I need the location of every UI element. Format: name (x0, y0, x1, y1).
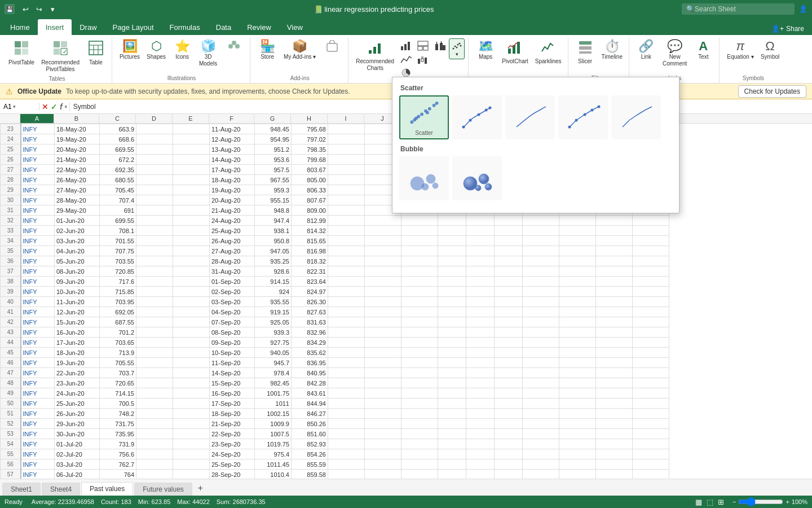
grid-cell[interactable]: 04-Sep-20 (210, 307, 255, 317)
recommended-pivots-button[interactable]: ✓ RecommendedPivotTables (38, 38, 82, 75)
grid-cell[interactable] (633, 246, 669, 256)
grid-cell[interactable] (328, 287, 365, 297)
grid-cell[interactable]: 53 (1, 429, 21, 439)
grid-cell[interactable] (559, 226, 596, 236)
grid-cell[interactable] (328, 256, 365, 266)
grid-cell[interactable] (136, 317, 173, 327)
grid-cell[interactable]: 18-Sep-20 (210, 409, 255, 419)
grid-cell[interactable]: 720.85 (100, 266, 136, 277)
grid-cell[interactable] (173, 155, 210, 165)
grid-cell[interactable]: 26-May-20 (55, 175, 100, 185)
grid-cell[interactable]: INFY (21, 348, 55, 358)
grid-cell[interactable] (495, 307, 523, 317)
scatter-chart-button[interactable]: ▾ (449, 38, 465, 59)
grid-cell[interactable] (438, 266, 466, 277)
grid-cell[interactable] (559, 398, 596, 409)
grid-cell[interactable] (633, 388, 669, 398)
grid-cell[interactable] (466, 419, 495, 429)
grid-cell[interactable] (438, 449, 466, 459)
grid-cell[interactable] (401, 459, 438, 470)
grid-cell[interactable]: 35 (1, 246, 21, 256)
grid-cell[interactable] (136, 307, 173, 317)
hierarchy-chart-button[interactable] (415, 40, 431, 52)
grid-cell[interactable] (401, 398, 438, 409)
grid-cell[interactable]: 33 (1, 226, 21, 236)
grid-cell[interactable] (596, 449, 633, 459)
grid-cell[interactable] (438, 419, 466, 429)
grid-cell[interactable] (401, 266, 438, 277)
grid-cell[interactable] (136, 246, 173, 256)
grid-cell[interactable] (633, 338, 669, 348)
grid-cell[interactable]: 954.95 (255, 134, 292, 144)
grid-cell[interactable]: 925.05 (255, 317, 292, 327)
grid-cell[interactable] (401, 409, 438, 419)
grid-cell[interactable] (633, 368, 669, 378)
grid-cell[interactable]: INFY (21, 195, 55, 205)
scatter-straight-option[interactable] (611, 95, 661, 139)
grid-cell[interactable] (596, 297, 633, 307)
grid-cell[interactable] (401, 216, 438, 226)
grid-cell[interactable] (523, 236, 559, 246)
grid-cell[interactable] (495, 327, 523, 338)
grid-cell[interactable] (328, 317, 365, 327)
grid-cell[interactable] (596, 419, 633, 429)
sheet-tab-future-values[interactable]: Future values (134, 483, 192, 496)
grid-cell[interactable]: 02-Jul-20 (55, 449, 100, 459)
grid-cell[interactable]: 1011.45 (255, 459, 292, 470)
grid-cell[interactable]: 663.9 (100, 124, 136, 134)
statistic-chart-button[interactable] (432, 40, 448, 52)
grid-cell[interactable] (328, 409, 365, 419)
grid-cell[interactable] (173, 165, 210, 175)
grid-cell[interactable]: INFY (21, 470, 55, 479)
grid-cell[interactable]: 795.68 (292, 124, 328, 134)
grid-cell[interactable] (136, 256, 173, 266)
grid-cell[interactable] (401, 419, 438, 429)
grid-cell[interactable] (495, 449, 523, 459)
grid-cell[interactable]: 947.05 (255, 246, 292, 256)
grid-cell[interactable]: 30 (1, 195, 21, 205)
column-chart-button[interactable] (398, 40, 414, 52)
grid-cell[interactable] (559, 297, 596, 307)
bubble-basic-option[interactable] (399, 156, 449, 200)
grid-cell[interactable]: 816.98 (292, 246, 328, 256)
tab-draw[interactable]: Draw (72, 19, 104, 35)
grid-cell[interactable] (466, 256, 495, 266)
grid-cell[interactable] (559, 338, 596, 348)
grid-cell[interactable]: 1002.15 (255, 409, 292, 419)
grid-cell[interactable] (466, 378, 495, 388)
grid-cell[interactable]: INFY (21, 124, 55, 134)
grid-cell[interactable]: 959.3 (255, 185, 292, 195)
grid-cell[interactable] (365, 419, 401, 429)
grid-cell[interactable]: 44 (1, 338, 21, 348)
grid-cell[interactable]: INFY (21, 338, 55, 348)
grid-cell[interactable] (328, 266, 365, 277)
grid-cell[interactable] (365, 317, 401, 327)
grid-cell[interactable]: 24-Aug-20 (210, 216, 255, 226)
formula-cancel-icon[interactable]: ✕ (42, 102, 48, 111)
grid-cell[interactable] (559, 429, 596, 439)
grid-cell[interactable] (173, 459, 210, 470)
grid-cell[interactable]: 27 (1, 165, 21, 175)
grid-cell[interactable] (438, 388, 466, 398)
grid-cell[interactable]: 814.32 (292, 226, 328, 236)
grid-cell[interactable]: 840.95 (292, 368, 328, 378)
grid-cell[interactable] (495, 459, 523, 470)
grid-cell[interactable]: 703.55 (100, 256, 136, 266)
grid-cell[interactable] (523, 429, 559, 439)
grid-cell[interactable]: 945.7 (255, 358, 292, 368)
grid-cell[interactable]: 1011 (255, 398, 292, 409)
grid-cell[interactable] (523, 470, 559, 479)
grid-cell[interactable] (633, 398, 669, 409)
grid-cell[interactable]: 914.15 (255, 277, 292, 287)
grid-cell[interactable]: 10-Sep-20 (210, 348, 255, 358)
sheet-tab-sheet4[interactable]: Sheet4 (42, 483, 80, 496)
grid-cell[interactable]: 26 (1, 155, 21, 165)
grid-cell[interactable]: 19-Aug-20 (210, 185, 255, 195)
grid-cell[interactable]: 731.9 (100, 439, 136, 449)
grid-cell[interactable] (365, 449, 401, 459)
grid-cell[interactable] (495, 216, 523, 226)
grid-cell[interactable]: 14-Sep-20 (210, 368, 255, 378)
grid-cell[interactable] (559, 246, 596, 256)
redo-button[interactable]: ↪ (33, 3, 45, 15)
grid-cell[interactable] (466, 409, 495, 419)
